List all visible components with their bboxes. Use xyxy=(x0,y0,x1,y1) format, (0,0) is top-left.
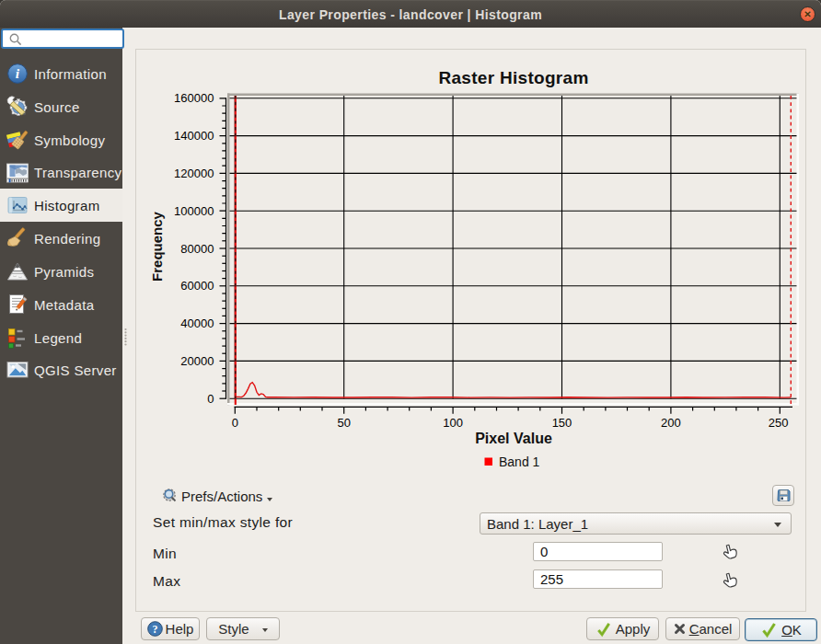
svg-text:?: ? xyxy=(152,623,157,636)
svg-text:i: i xyxy=(16,65,20,81)
